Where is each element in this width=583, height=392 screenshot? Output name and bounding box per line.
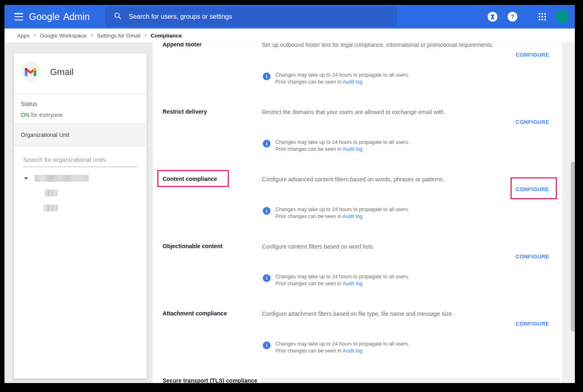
org-unit-card: Gmail Status ON for everyone Organizatio…	[13, 53, 147, 379]
settings-list: Append footer Set up outbound footer tex…	[153, 43, 562, 383]
setting-description: Restrict the domains that your users are…	[262, 109, 445, 115]
setting-row-attachment-compliance: Attachment compliance Configure attachme…	[153, 310, 562, 377]
scrollbar-track[interactable]	[562, 43, 575, 383]
info-icon	[263, 73, 271, 80]
left-panel: Gmail Status ON for everyone Organizatio…	[4, 43, 153, 383]
note-line1: Changes may take up to 24 hours to propa…	[275, 206, 409, 213]
search-icon	[114, 12, 122, 22]
audit-log-link[interactable]: Audit log	[343, 348, 363, 354]
setting-label: Objectionable content	[163, 243, 222, 249]
breadcrumb-google-workspace[interactable]: Google Workspace	[40, 33, 87, 39]
apps-grid-icon[interactable]	[539, 13, 546, 20]
global-search-input[interactable]: Search for users, groups or settings	[105, 7, 397, 27]
scrollbar-thumb[interactable]	[571, 162, 575, 332]
setting-description: Set up outbound footer text for legal co…	[262, 43, 493, 48]
setting-description: Configure attachment filters based on fi…	[262, 311, 453, 317]
configure-button[interactable]: CONFIGURE	[516, 186, 550, 192]
brand-admin: Admin	[63, 11, 90, 22]
org-unit-search-input[interactable]: Search for organizational units	[23, 156, 137, 167]
setting-description: Configure advanced content filters based…	[262, 176, 444, 183]
org-unit-root-name-redacted	[35, 175, 89, 182]
screen-frame: Google Admin Search for users, groups or…	[0, 0, 583, 392]
info-icon	[263, 207, 271, 215]
note-line2: Prior changes can be seen in	[275, 79, 341, 85]
setting-row-append-footer: Append footer Set up outbound footer tex…	[153, 43, 562, 108]
note-line1: Changes may take up to 24 hours to propa…	[275, 273, 409, 280]
breadcrumb-apps[interactable]: Apps	[17, 33, 30, 39]
configure-button[interactable]: CONFIGURE	[516, 119, 550, 125]
info-icon	[263, 341, 271, 349]
propagation-note: Changes may take up to 24 hours to propa…	[263, 72, 409, 86]
configure-button[interactable]: CONFIGURE	[516, 52, 550, 58]
setting-label: Restrict delivery	[163, 108, 207, 115]
account-avatar[interactable]	[556, 10, 569, 23]
setting-row-objectionable-content: Objectionable content Configure content …	[153, 243, 562, 310]
breadcrumb-settings-for-gmail[interactable]: Settings for Gmail	[97, 33, 140, 39]
note-line2: Prior changes can be seen in	[275, 281, 341, 286]
gmail-logo-icon	[21, 62, 40, 81]
setting-description: Configure content filters based on word …	[262, 243, 374, 250]
status-on-badge: ON	[21, 112, 29, 118]
service-status-section: Status ON for everyone	[14, 95, 147, 123]
audit-log-link[interactable]: Audit log	[343, 79, 363, 85]
setting-label: Attachment compliance	[163, 310, 227, 317]
status-value: ON for everyone	[21, 112, 140, 118]
note-line2: Prior changes can be seen in	[275, 214, 341, 219]
note-line2: Prior changes can be seen in	[275, 146, 341, 152]
configure-button[interactable]: CONFIGURE	[516, 321, 550, 327]
breadcrumb-separator: >	[144, 33, 147, 38]
tasks-hourglass-icon[interactable]	[488, 12, 497, 22]
setting-label: Append footer	[163, 43, 202, 48]
propagation-note: Changes may take up to 24 hours to propa…	[263, 139, 409, 153]
help-icon[interactable]	[508, 12, 517, 22]
info-icon	[263, 274, 271, 282]
setting-row-restrict-delivery: Restrict delivery Restrict the domains t…	[153, 108, 562, 176]
hamburger-menu-icon[interactable]	[14, 13, 23, 20]
info-icon	[263, 140, 271, 148]
setting-label: Secure transport (TLS) compliance	[163, 377, 257, 383]
service-title: Gmail	[50, 67, 73, 77]
propagation-note: Changes may take up to 24 hours to propa…	[263, 341, 409, 355]
app-brand: Google Admin	[29, 5, 90, 29]
audit-log-link[interactable]: Audit log	[343, 146, 363, 152]
brand-google: Google	[29, 11, 60, 22]
org-unit-header: Organizational Unit	[14, 123, 147, 146]
status-label: Status	[21, 101, 140, 107]
note-line1: Changes may take up to 24 hours to propa…	[275, 341, 409, 348]
chevron-down-icon[interactable]	[24, 177, 28, 180]
setting-label: Content compliance	[163, 176, 217, 182]
status-suffix: for everyone	[29, 112, 63, 118]
page-body: Gmail Status ON for everyone Organizatio…	[4, 43, 575, 383]
search-placeholder: Search for users, groups or settings	[129, 13, 232, 20]
setting-row-tls-compliance: Secure transport (TLS) compliance	[153, 377, 562, 383]
propagation-note: Changes may take up to 24 hours to propa…	[263, 273, 409, 287]
breadcrumb-separator: >	[33, 33, 36, 38]
admin-console-window: Google Admin Search for users, groups or…	[4, 5, 575, 383]
breadcrumb: Apps > Google Workspace > Settings for G…	[4, 29, 575, 43]
org-unit-search-placeholder: Search for organizational units	[23, 156, 106, 163]
audit-log-link[interactable]: Audit log	[343, 281, 363, 286]
note-line1: Changes may take up to 24 hours to propa…	[275, 139, 409, 146]
org-unit-root-item[interactable]	[24, 175, 147, 182]
gmail-card-header: Gmail	[14, 53, 147, 95]
note-line1: Changes may take up to 24 hours to propa…	[275, 72, 409, 79]
propagation-note: Changes may take up to 24 hours to propa…	[263, 206, 409, 220]
org-unit-child-redacted[interactable]	[45, 189, 57, 196]
audit-log-link[interactable]: Audit log	[343, 214, 363, 219]
configure-button[interactable]: CONFIGURE	[516, 253, 550, 260]
org-unit-tree	[24, 175, 147, 211]
top-app-bar: Google Admin Search for users, groups or…	[4, 5, 575, 29]
setting-row-content-compliance: Content compliance Configure advanced co…	[153, 176, 562, 243]
breadcrumb-current: Compliance	[151, 33, 182, 39]
org-unit-child-redacted[interactable]	[44, 205, 58, 211]
breadcrumb-separator: >	[90, 33, 93, 38]
note-line2: Prior changes can be seen in	[275, 348, 341, 354]
setting-content-placeholder	[262, 378, 560, 383]
